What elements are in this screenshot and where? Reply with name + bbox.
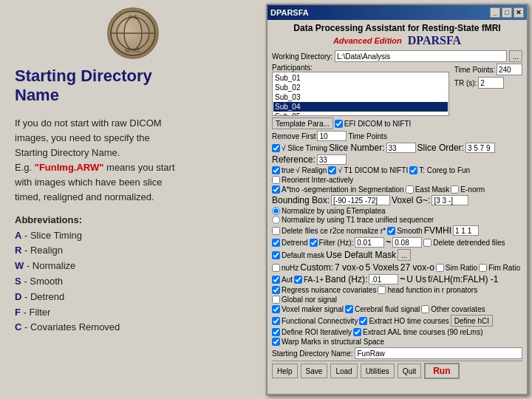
falh-label: f/ALH(m:FALH) -1 <box>428 274 498 284</box>
norm-etemplate-radio[interactable] <box>272 207 280 215</box>
app-title: Data Processing Assistant for Resting-St… <box>272 23 522 33</box>
tr-input[interactable] <box>478 77 504 89</box>
fwhm-input[interactable] <box>453 225 479 236</box>
warp-item: Warp Marks in structural Space <box>272 338 384 346</box>
aal-label: Extract AAL time courses (90 reLms) <box>363 328 482 336</box>
fc-checkbox[interactable] <box>272 317 280 325</box>
starting-dir-input[interactable] <box>355 347 522 359</box>
roi-label: Define ROI Iteratively <box>282 328 352 336</box>
time-points-row: Time Points: <box>454 64 522 75</box>
template-para-btn[interactable]: Template Para... <box>272 117 333 129</box>
list-item[interactable]: Sub_01 <box>273 73 448 83</box>
detrend-item: Detrend <box>272 239 308 247</box>
close-button[interactable]: ✕ <box>514 7 524 18</box>
list-item[interactable]: Sub_03 <box>273 92 448 102</box>
realign-checkbox[interactable] <box>272 166 280 174</box>
logo-icon: NITRC 中文 <box>107 7 159 59</box>
warp-label: Warp Marks in structural Space <box>282 338 384 346</box>
head-checkbox[interactable] <box>378 286 386 294</box>
filter-high-input[interactable] <box>392 237 422 248</box>
delete-files-checkbox[interactable] <box>272 227 280 235</box>
slice-timing-checkbox[interactable] <box>272 144 280 152</box>
aal-checkbox[interactable] <box>353 328 361 336</box>
list-item[interactable]: Sub_05 <box>273 112 448 116</box>
voxel-label: Voxel maker signal <box>282 305 344 313</box>
filter-checkbox[interactable] <box>310 239 318 247</box>
fa-checkbox[interactable] <box>294 276 302 284</box>
starting-dir-label: Starting Directory Name: <box>272 349 352 358</box>
roi-checkbox[interactable] <box>272 328 280 336</box>
eft-dicom-checkbox[interactable] <box>335 120 343 128</box>
slice-order-input[interactable] <box>466 143 495 153</box>
working-dir-browse-btn[interactable]: ... <box>509 50 522 62</box>
warp-checkbox[interactable] <box>272 338 280 346</box>
cerebral-checkbox[interactable] <box>345 305 353 313</box>
norm-unified-radio[interactable] <box>272 216 280 224</box>
uu-label: U Us <box>406 274 426 284</box>
abbrev-d: D - Detrend <box>15 290 120 305</box>
extract-ho-label: Extract HO time courses <box>369 317 449 325</box>
utilities-button[interactable]: Utilities <box>361 364 395 378</box>
smooth-label: Smooth <box>397 227 422 235</box>
aut-checkbox[interactable] <box>272 276 280 284</box>
use-default-mask-btn[interactable]: ... <box>398 249 411 261</box>
reorient-label: Reorient Inter-actively <box>282 176 353 184</box>
segment-checkbox[interactable] <box>272 185 280 194</box>
delete-detrended-label: Delete detrended files <box>433 239 505 247</box>
e-norm-checkbox[interactable] <box>451 185 459 194</box>
starting-dir-area: Starting Directory Name: <box>272 347 522 359</box>
fim-ratio-checkbox[interactable] <box>479 264 487 272</box>
other-checkbox[interactable] <box>421 305 429 313</box>
list-item[interactable]: Sub_04 <box>273 102 448 112</box>
working-dir-input[interactable] <box>335 50 507 62</box>
nuhz-checkbox[interactable] <box>272 264 280 272</box>
tr-row: TR (s): <box>454 77 522 89</box>
norm-unified-item: Normalize by using T1 trace unified sequ… <box>272 216 522 224</box>
reference-input[interactable] <box>317 154 347 165</box>
east-mask-checkbox[interactable] <box>406 185 414 194</box>
quit-button[interactable]: Quit <box>398 364 421 378</box>
cerebral-item: Cerebral fluid signal <box>345 305 420 313</box>
delete-detrended-checkbox[interactable] <box>423 239 432 247</box>
list-item[interactable]: Sub_02 <box>273 83 448 92</box>
smooth-checkbox[interactable] <box>387 227 395 235</box>
window-title: DPARSFA <box>270 8 309 17</box>
abbreviations-title: Abbreviations: <box>15 214 120 225</box>
filter-low-input[interactable] <box>355 237 384 248</box>
band-input[interactable] <box>369 274 398 284</box>
t1-dicom-checkbox[interactable] <box>328 166 336 174</box>
e-norm-item: E-norm <box>451 185 485 194</box>
regress-checkbox[interactable] <box>272 286 280 294</box>
extract-ho-checkbox[interactable] <box>359 317 367 325</box>
fc-label: Functional Connectivity <box>282 317 358 325</box>
eft-dicom-label: EFI DICOM to NIFTI <box>344 120 412 128</box>
voxel-checkbox[interactable] <box>272 305 280 313</box>
abbreviations-section: Abbreviations: A - Slice Timing R - Real… <box>11 214 120 336</box>
time-points-input[interactable] <box>497 64 522 75</box>
regress-label: Regress nuisance covariates <box>282 286 376 294</box>
left-panel: NITRC 中文 Starting Directory Name If you … <box>0 0 266 399</box>
norm-unified-label: Normalize by using T1 trace unified sequ… <box>282 216 434 224</box>
help-button[interactable]: Help <box>272 364 298 378</box>
window-content: Data Processing Assistant for Resting-St… <box>267 20 527 394</box>
minimize-button[interactable]: _ <box>490 7 500 18</box>
slice-number-input[interactable] <box>386 143 416 153</box>
titlebar-buttons: _ □ ✕ <box>490 7 524 18</box>
bb-input[interactable] <box>331 195 390 205</box>
remove-first-input[interactable] <box>317 131 347 141</box>
define-hci-btn[interactable]: Define hCI <box>451 315 493 327</box>
voxel-item: Voxel maker signal <box>272 305 344 313</box>
sim-ratio-checkbox[interactable] <box>436 264 444 272</box>
participants-listbox[interactable]: Sub_01 Sub_02 Sub_03 Sub_04 Sub_05 Sub_0… <box>272 72 449 116</box>
default-mask-checkbox[interactable] <box>272 251 280 259</box>
detrend-checkbox[interactable] <box>272 239 280 247</box>
reorient-checkbox[interactable] <box>272 176 280 184</box>
save-button[interactable]: Save <box>301 364 328 378</box>
vox-input[interactable] <box>432 195 468 205</box>
load-button[interactable]: Load <box>330 364 357 378</box>
t1-realign-checkbox[interactable] <box>409 166 417 174</box>
maximize-button[interactable]: □ <box>502 7 512 18</box>
reference-label: Reference: <box>272 154 316 165</box>
global-checkbox[interactable] <box>272 296 280 304</box>
run-button[interactable]: Run <box>424 363 459 379</box>
